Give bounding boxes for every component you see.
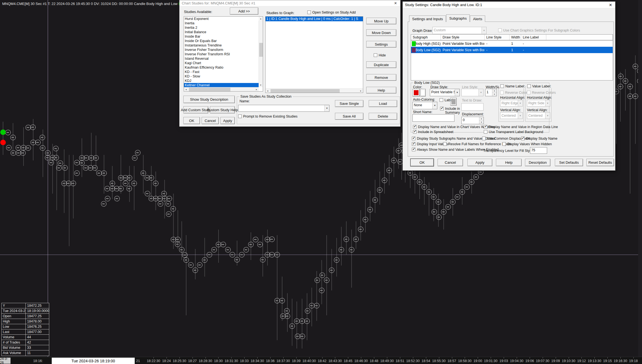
study-list-item[interactable]: Inverse Fisher Transform RSI [184, 52, 259, 56]
secondary-color-button[interactable] [420, 89, 426, 97]
name-vertical-align-combo[interactable]: Centered▼ [500, 112, 523, 119]
settings-button[interactable]: Settings [366, 41, 396, 48]
name-label-checkbox[interactable]: Name Label: [500, 84, 525, 88]
add-study-button[interactable]: Add >> [230, 7, 258, 15]
subgraph-table-header[interactable] [546, 35, 613, 40]
description-button[interactable]: Description [525, 159, 550, 166]
text-to-draw-input[interactable] [461, 103, 484, 111]
name-reverse-colors-checkbox[interactable]: Reverse Colors [500, 91, 529, 95]
study-list-item[interactable]: Inverse Fisher Transform [184, 48, 259, 52]
tab-alerts[interactable]: Alerts [470, 15, 485, 22]
auto-coloring-combo[interactable]: None▼ [412, 102, 437, 109]
help-button[interactable]: Help [366, 87, 396, 93]
studies-available-listbox[interactable]: Hurst ExponentInertiaInertia 2Initial Ba… [184, 16, 263, 92]
studies-hscrollbar[interactable]: ◄ ► [184, 87, 259, 91]
transparent-label-background-checkbox[interactable]: Use Transparent Label Background [484, 130, 543, 134]
subgraph-table-row[interactable]: Body High (SG1)Point Variable Size with … [411, 40, 613, 47]
save-single-button[interactable]: Save Single [335, 100, 363, 107]
study-list-item[interactable]: Inside Or Equals Bar [184, 39, 259, 43]
remove-button[interactable]: Remove [366, 74, 396, 81]
subgraph-color-swatch[interactable] [412, 48, 416, 53]
display-name-chart-values-checkbox[interactable]: Display Name and Value in Chart Values W… [413, 125, 495, 129]
study-list-item[interactable]: Instantaneous Trendline [184, 43, 259, 48]
hide-checkbox[interactable]: Hide [374, 53, 386, 57]
study-list-item[interactable]: Inertia 2 [184, 25, 259, 30]
display-values-hidden-checkbox[interactable]: Display Values When Hidden [502, 142, 552, 146]
vscroll-thumb[interactable] [259, 43, 263, 57]
subgraph-table-header[interactable]: Line Style [485, 35, 510, 40]
subgraph-color-swatch[interactable] [412, 41, 416, 46]
subgraph-table[interactable]: SubgraphDraw StyleLine StyleWidthLine La… [411, 34, 613, 80]
apply-button[interactable]: Apply [467, 159, 492, 166]
tab-subgraphs[interactable]: Subgraphs [446, 14, 470, 22]
scroll-up-icon[interactable]: ▲ [259, 17, 263, 21]
load-button[interactable]: Load [369, 100, 397, 107]
studies-vscrollbar[interactable]: ▲ ▼ [259, 17, 263, 87]
label-color-button[interactable] [450, 98, 457, 106]
color-swatch-button[interactable] [412, 89, 420, 97]
study-list-item[interactable]: Kaufman Efficiency Ratio [184, 65, 259, 70]
scroll-right-icon[interactable]: ► [254, 87, 259, 92]
subgraph-table-row[interactable]: Body Low (SG2)Point Variable Size with B… [411, 47, 613, 53]
close-icon[interactable]: ✕ [608, 3, 613, 7]
chevron-down-icon[interactable]: ▼ [432, 102, 437, 109]
short-name-input[interactable] [412, 114, 454, 122]
spin-down-icon[interactable]: ▼ [492, 93, 497, 96]
display-input-values-checkbox[interactable]: Display Input Values [412, 142, 448, 146]
displacement-spinner[interactable]: 0 ▲▼ [461, 117, 484, 124]
value-reverse-colors-checkbox[interactable]: Reverse Colors [527, 91, 556, 95]
study-list-item[interactable]: KD - Slow [184, 74, 259, 79]
use-chart-graphics-checkbox[interactable]: Use Chart Graphics Settings For Subgraph… [498, 28, 580, 32]
include-in-summary-checkbox[interactable]: Include in Summary [440, 107, 463, 115]
move-down-button[interactable]: Move Down [366, 29, 396, 36]
resolve-full-names-checkbox[interactable]: Resolve Full Names for Reference Inputs [443, 142, 511, 146]
studies-to-graph-listbox[interactable]: 1 | ID:1 Candle Body High and Low | 0 ms… [265, 16, 363, 93]
hscroll-thumb[interactable] [271, 89, 340, 93]
ok-button[interactable]: OK [410, 159, 434, 166]
close-icon[interactable]: ✕ [393, 1, 398, 5]
help-button[interactable]: Help [496, 159, 522, 166]
value-horizontal-align-combo[interactable]: Right Side Valu▼ [527, 100, 550, 106]
name-horizontal-align-combo[interactable]: Right Edge▼ [500, 100, 523, 106]
hscroll-thumb[interactable] [189, 88, 230, 91]
custom-study-help-button[interactable]: Custom Study Help [210, 106, 235, 113]
value-label-checkbox[interactable]: Value Label: [527, 84, 551, 88]
spin-down-icon[interactable]: ▼ [479, 121, 484, 124]
collection-name-combo[interactable]: ▼ [238, 105, 329, 112]
study-settings-titlebar[interactable]: Study Settings: Candle Body High and Low… [403, 2, 615, 8]
study-list-item[interactable]: Inside Bar [184, 34, 259, 39]
reset-defaults-button[interactable]: Reset Defaults [586, 159, 614, 166]
value-vertical-align-combo[interactable]: Centered▼ [527, 112, 550, 119]
ok-button[interactable]: OK [183, 117, 200, 124]
apply-button[interactable]: Apply [220, 117, 235, 124]
scroll-left-icon[interactable]: ◄ [266, 89, 270, 93]
cancel-button[interactable]: Cancel [202, 117, 219, 124]
save-all-button[interactable]: Save All [335, 113, 363, 120]
study-list-item[interactable]: KD - Fast [184, 70, 259, 74]
cancel-button[interactable]: Cancel [438, 159, 463, 166]
display-study-name-checkbox[interactable]: Display Study Name [521, 137, 557, 141]
chevron-down-icon[interactable]: ▼ [324, 105, 329, 111]
spin-up-icon[interactable]: ▲ [479, 117, 484, 121]
line-style-combo[interactable]: ▼ [461, 89, 484, 96]
add-custom-study-button[interactable]: Add Custom Study [183, 106, 208, 113]
display-name-region-checkbox[interactable]: Display Name and Value in Region Data Li… [484, 125, 558, 129]
study-list-item[interactable]: Hurst Exponent [184, 17, 259, 21]
study-list-item[interactable]: Inertia [184, 21, 259, 25]
right-scrollbar-strip[interactable] [638, 0, 642, 357]
set-defaults-button[interactable]: Set Defaults [555, 159, 583, 166]
spin-up-icon[interactable]: ▲ [492, 89, 497, 93]
prompt-remove-checkbox[interactable]: Prompt to Remove Existing Studies [238, 115, 298, 118]
study-list-item[interactable]: Initial Balance [184, 30, 259, 34]
show-study-description-button[interactable]: Show Study Description [183, 96, 235, 103]
include-in-spreadsheet-checkbox[interactable]: Include in Spreadsheet [413, 130, 453, 134]
subgraph-table-header[interactable]: Width [510, 35, 521, 40]
transparency-level-input[interactable]: 75 [530, 147, 547, 154]
study-list-item[interactable]: Island Reversal [184, 56, 259, 61]
subgraph-table-header[interactable]: Subgraph [411, 35, 441, 40]
chart-studies-titlebar[interactable]: Chart Studies for: MNQM4.CME[M] 30 Sec #… [180, 0, 400, 6]
study-list-item[interactable]: Keltner Channel [184, 83, 259, 87]
graph-draw-type-combo[interactable]: Custom▼ [432, 27, 487, 34]
scroll-left-icon[interactable]: ◄ [184, 87, 188, 92]
scroll-right-icon[interactable]: ► [359, 89, 363, 93]
